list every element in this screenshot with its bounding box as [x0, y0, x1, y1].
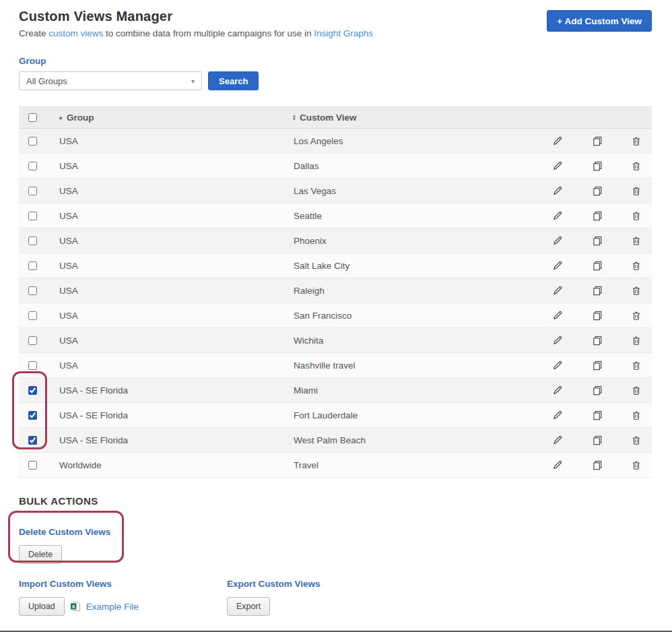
table-row: USA Wichita: [19, 328, 652, 353]
pencil-icon: [552, 210, 563, 221]
trash-icon: [632, 236, 641, 246]
export-custom-views-section: Export Custom Views Export: [227, 577, 321, 616]
copy-button[interactable]: [593, 410, 603, 420]
row-checkbox[interactable]: [28, 162, 37, 170]
delete-button[interactable]: [632, 435, 641, 445]
table-row: USA Los Angeles: [19, 129, 652, 154]
copy-button[interactable]: [593, 161, 603, 171]
edit-button[interactable]: [552, 435, 563, 445]
delete-button[interactable]: [632, 236, 641, 246]
pencil-icon: [552, 185, 563, 196]
add-custom-view-button[interactable]: + Add Custom View: [547, 10, 652, 32]
delete-button[interactable]: [632, 336, 641, 346]
insight-graphs-link[interactable]: Insight Graphs: [314, 28, 373, 38]
trash-icon: [632, 385, 641, 396]
edit-button[interactable]: [552, 260, 563, 271]
row-checkbox[interactable]: [28, 212, 37, 220]
row-checkbox[interactable]: [28, 461, 37, 470]
pencil-icon: [552, 335, 563, 346]
custom-view-column-header[interactable]: ▲▼ Custom View: [281, 113, 539, 123]
delete-button[interactable]: [632, 311, 641, 321]
edit-button[interactable]: [552, 185, 563, 196]
example-file-link[interactable]: Example File: [86, 602, 139, 612]
row-view-cell: Raleigh: [281, 286, 539, 296]
group-select[interactable]: All Groups ▾: [19, 71, 202, 90]
copy-button[interactable]: [593, 460, 603, 470]
trash-icon: [632, 410, 641, 420]
delete-button[interactable]: [632, 360, 641, 371]
edit-button[interactable]: [552, 335, 563, 346]
row-checkbox[interactable]: [28, 286, 37, 295]
delete-section-label: Delete Custom Views: [19, 527, 110, 537]
select-all-checkbox[interactable]: [28, 113, 37, 122]
delete-button[interactable]: [632, 460, 641, 470]
copy-button[interactable]: [593, 311, 603, 321]
pencil-icon: [552, 435, 563, 445]
table-row: USA Dallas: [19, 154, 652, 179]
copy-button[interactable]: [593, 211, 603, 221]
row-view-cell: Miami: [281, 385, 539, 396]
edit-button[interactable]: [552, 285, 563, 296]
copy-button[interactable]: [593, 236, 603, 246]
row-group-cell: USA: [47, 136, 281, 146]
trash-icon: [632, 261, 641, 271]
delete-button-bulk[interactable]: Delete: [19, 545, 62, 564]
row-checkbox[interactable]: [28, 311, 37, 320]
edit-button[interactable]: [552, 360, 563, 371]
copy-icon: [593, 286, 603, 296]
row-checkbox[interactable]: [28, 436, 37, 445]
row-checkbox[interactable]: [28, 336, 37, 345]
delete-button[interactable]: [632, 161, 641, 171]
copy-button[interactable]: [593, 336, 603, 346]
upload-button[interactable]: Upload: [19, 597, 65, 616]
delete-button[interactable]: [632, 136, 641, 146]
row-checkbox[interactable]: [28, 137, 37, 146]
custom-views-link[interactable]: custom views: [48, 28, 103, 38]
edit-button[interactable]: [552, 310, 563, 321]
delete-button[interactable]: [632, 410, 641, 420]
edit-button[interactable]: [552, 460, 563, 470]
chevron-down-icon: ▾: [191, 77, 195, 85]
export-button[interactable]: Export: [227, 597, 270, 616]
group-filter-section: Group All Groups ▾ Search: [19, 56, 653, 90]
edit-button[interactable]: [552, 160, 563, 171]
copy-button[interactable]: [593, 286, 603, 296]
search-button[interactable]: Search: [208, 71, 259, 90]
trash-icon: [632, 286, 641, 296]
row-group-cell: USA: [47, 336, 281, 346]
page-subtitle: Create custom views to combine data from…: [19, 28, 373, 38]
row-checkbox[interactable]: [28, 236, 37, 245]
row-view-cell: Fort Lauderdale: [281, 410, 539, 420]
delete-button[interactable]: [632, 186, 641, 196]
row-view-cell: Phoenix: [281, 236, 539, 246]
copy-button[interactable]: [593, 186, 603, 196]
copy-button[interactable]: [593, 360, 603, 371]
edit-button[interactable]: [552, 385, 563, 396]
trash-icon: [632, 136, 641, 146]
row-checkbox[interactable]: [28, 261, 37, 270]
trash-icon: [632, 336, 641, 346]
row-checkbox[interactable]: [28, 386, 37, 395]
copy-icon: [593, 136, 603, 146]
copy-button[interactable]: [593, 385, 603, 396]
copy-icon: [593, 410, 603, 420]
row-checkbox[interactable]: [28, 361, 37, 370]
delete-button[interactable]: [632, 385, 641, 396]
row-view-cell: West Palm Beach: [281, 435, 539, 445]
row-checkbox[interactable]: [28, 187, 37, 195]
edit-button[interactable]: [552, 410, 563, 420]
copy-button[interactable]: [593, 261, 603, 271]
edit-button[interactable]: [552, 210, 563, 221]
table-row: USA Nashville travel: [19, 353, 652, 378]
group-column-header[interactable]: ▲ Group: [47, 113, 281, 123]
table-row: USA Raleigh: [19, 278, 652, 303]
row-group-cell: USA - SE Florida: [47, 385, 281, 396]
copy-button[interactable]: [593, 435, 603, 445]
copy-button[interactable]: [593, 136, 603, 146]
delete-button[interactable]: [632, 261, 641, 271]
edit-button[interactable]: [552, 235, 563, 246]
row-checkbox[interactable]: [28, 411, 37, 420]
delete-button[interactable]: [632, 211, 641, 221]
edit-button[interactable]: [552, 135, 563, 146]
delete-button[interactable]: [632, 286, 641, 296]
